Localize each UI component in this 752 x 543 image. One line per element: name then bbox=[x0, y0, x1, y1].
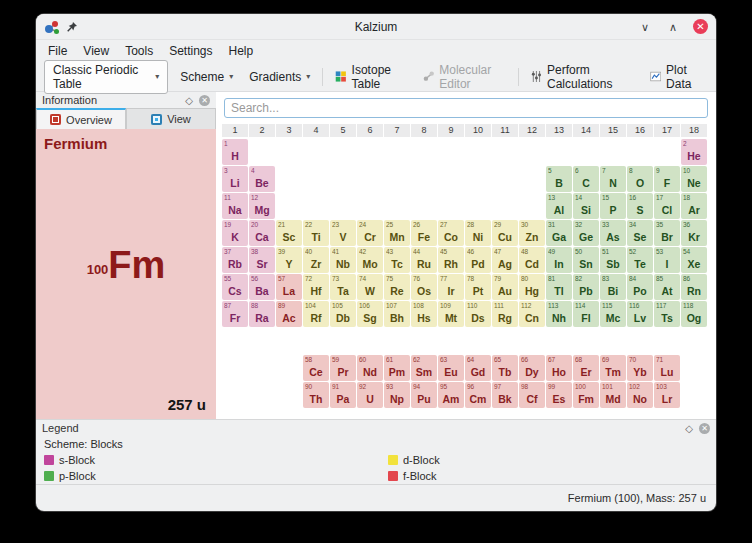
element-N[interactable]: 7N bbox=[600, 166, 626, 192]
element-Ir[interactable]: 77Ir bbox=[438, 274, 464, 300]
element-Pa[interactable]: 91Pa bbox=[330, 382, 356, 408]
element-K[interactable]: 19K bbox=[222, 220, 248, 246]
element-P[interactable]: 15P bbox=[600, 193, 626, 219]
element-Po[interactable]: 84Po bbox=[627, 274, 653, 300]
element-Mt[interactable]: 109Mt bbox=[438, 301, 464, 327]
element-Mo[interactable]: 42Mo bbox=[357, 247, 383, 273]
element-Ds[interactable]: 110Ds bbox=[465, 301, 491, 327]
element-Pm[interactable]: 61Pm bbox=[384, 355, 410, 381]
element-Te[interactable]: 52Te bbox=[627, 247, 653, 273]
element-Gd[interactable]: 64Gd bbox=[465, 355, 491, 381]
element-Fl[interactable]: 114Fl bbox=[573, 301, 599, 327]
element-Eu[interactable]: 63Eu bbox=[438, 355, 464, 381]
element-Zn[interactable]: 30Zn bbox=[519, 220, 545, 246]
element-O[interactable]: 8O bbox=[627, 166, 653, 192]
element-Rg[interactable]: 111Rg bbox=[492, 301, 518, 327]
float-panel-icon[interactable]: ◇ bbox=[685, 423, 693, 434]
menu-settings[interactable]: Settings bbox=[161, 42, 220, 60]
element-La[interactable]: 57La bbox=[276, 274, 302, 300]
element-Sr[interactable]: 38Sr bbox=[249, 247, 275, 273]
element-Rf[interactable]: 104Rf bbox=[303, 301, 329, 327]
element-F[interactable]: 9F bbox=[654, 166, 680, 192]
element-Os[interactable]: 76Os bbox=[411, 274, 437, 300]
element-Mg[interactable]: 12Mg bbox=[249, 193, 275, 219]
element-Yb[interactable]: 70Yb bbox=[627, 355, 653, 381]
element-Kr[interactable]: 36Kr bbox=[681, 220, 707, 246]
pin-icon[interactable] bbox=[66, 21, 78, 33]
element-Mn[interactable]: 25Mn bbox=[384, 220, 410, 246]
table-type-select[interactable]: Classic Periodic Table ▾ bbox=[44, 60, 168, 94]
element-Pu[interactable]: 94Pu bbox=[411, 382, 437, 408]
element-Tl[interactable]: 81Tl bbox=[546, 274, 572, 300]
plot-data-button[interactable]: Plot Data bbox=[646, 61, 708, 93]
element-Ts[interactable]: 117Ts bbox=[654, 301, 680, 327]
element-Cs[interactable]: 55Cs bbox=[222, 274, 248, 300]
element-Pd[interactable]: 46Pd bbox=[465, 247, 491, 273]
element-Cr[interactable]: 24Cr bbox=[357, 220, 383, 246]
element-Zr[interactable]: 40Zr bbox=[303, 247, 329, 273]
element-Ga[interactable]: 31Ga bbox=[546, 220, 572, 246]
element-Bi[interactable]: 83Bi bbox=[600, 274, 626, 300]
element-Ce[interactable]: 58Ce bbox=[303, 355, 329, 381]
maximize-button[interactable]: ∧ bbox=[665, 19, 681, 35]
element-Cd[interactable]: 48Cd bbox=[519, 247, 545, 273]
element-Co[interactable]: 27Co bbox=[438, 220, 464, 246]
element-B[interactable]: 5B bbox=[546, 166, 572, 192]
element-Er[interactable]: 68Er bbox=[573, 355, 599, 381]
element-Xe[interactable]: 54Xe bbox=[681, 247, 707, 273]
element-Fe[interactable]: 26Fe bbox=[411, 220, 437, 246]
element-Si[interactable]: 14Si bbox=[573, 193, 599, 219]
element-Cf[interactable]: 98Cf bbox=[519, 382, 545, 408]
element-Ra[interactable]: 88Ra bbox=[249, 301, 275, 327]
menu-view[interactable]: View bbox=[75, 42, 117, 60]
element-Au[interactable]: 79Au bbox=[492, 274, 518, 300]
element-Lr[interactable]: 103Lr bbox=[654, 382, 680, 408]
element-W[interactable]: 74W bbox=[357, 274, 383, 300]
element-Nd[interactable]: 60Nd bbox=[357, 355, 383, 381]
element-V[interactable]: 23V bbox=[330, 220, 356, 246]
titlebar[interactable]: Kalzium ∨ ∧ ✕ bbox=[36, 14, 716, 40]
element-Np[interactable]: 93Np bbox=[384, 382, 410, 408]
element-Ac[interactable]: 89Ac bbox=[276, 301, 302, 327]
element-Tc[interactable]: 43Tc bbox=[384, 247, 410, 273]
element-Lu[interactable]: 71Lu bbox=[654, 355, 680, 381]
element-In[interactable]: 49In bbox=[546, 247, 572, 273]
element-Cm[interactable]: 96Cm bbox=[465, 382, 491, 408]
close-button[interactable]: ✕ bbox=[693, 19, 708, 34]
element-Bh[interactable]: 107Bh bbox=[384, 301, 410, 327]
menu-tools[interactable]: Tools bbox=[117, 42, 161, 60]
element-C[interactable]: 6C bbox=[573, 166, 599, 192]
element-Ni[interactable]: 28Ni bbox=[465, 220, 491, 246]
element-Pt[interactable]: 78Pt bbox=[465, 274, 491, 300]
scheme-dropdown[interactable]: Scheme ▾ bbox=[176, 68, 237, 86]
element-Th[interactable]: 90Th bbox=[303, 382, 329, 408]
element-Ge[interactable]: 32Ge bbox=[573, 220, 599, 246]
element-Nb[interactable]: 41Nb bbox=[330, 247, 356, 273]
minimize-button[interactable]: ∨ bbox=[637, 19, 653, 35]
element-Sg[interactable]: 106Sg bbox=[357, 301, 383, 327]
element-Y[interactable]: 39Y bbox=[276, 247, 302, 273]
element-Cu[interactable]: 29Cu bbox=[492, 220, 518, 246]
element-Be[interactable]: 4Be bbox=[249, 166, 275, 192]
element-Pb[interactable]: 82Pb bbox=[573, 274, 599, 300]
element-Tb[interactable]: 65Tb bbox=[492, 355, 518, 381]
element-No[interactable]: 102No bbox=[627, 382, 653, 408]
element-Sn[interactable]: 50Sn bbox=[573, 247, 599, 273]
float-panel-icon[interactable]: ◇ bbox=[185, 95, 193, 106]
element-Re[interactable]: 75Re bbox=[384, 274, 410, 300]
element-H[interactable]: 1H bbox=[222, 139, 248, 165]
element-Am[interactable]: 95Am bbox=[438, 382, 464, 408]
element-Lv[interactable]: 116Lv bbox=[627, 301, 653, 327]
perform-calculations-button[interactable]: Perform Calculations bbox=[527, 61, 637, 93]
element-Sc[interactable]: 21Sc bbox=[276, 220, 302, 246]
close-panel-icon[interactable]: ✕ bbox=[699, 423, 710, 434]
element-Rh[interactable]: 45Rh bbox=[438, 247, 464, 273]
tab-view[interactable]: View bbox=[126, 108, 216, 129]
element-S[interactable]: 16S bbox=[627, 193, 653, 219]
element-Md[interactable]: 101Md bbox=[600, 382, 626, 408]
element-Ne[interactable]: 10Ne bbox=[681, 166, 707, 192]
element-Pr[interactable]: 59Pr bbox=[330, 355, 356, 381]
element-Se[interactable]: 34Se bbox=[627, 220, 653, 246]
element-Sb[interactable]: 51Sb bbox=[600, 247, 626, 273]
element-Ru[interactable]: 44Ru bbox=[411, 247, 437, 273]
